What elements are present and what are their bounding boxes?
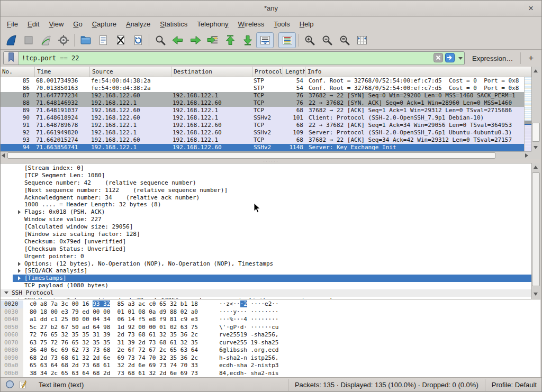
go-to-packet-button[interactable] bbox=[204, 32, 221, 48]
zoom-out-button[interactable] bbox=[318, 32, 336, 48]
filter-bookmark-button[interactable] bbox=[4, 52, 19, 65]
packet-row-90[interactable]: 9071.648618924192.168.122.60192.168.122.… bbox=[0, 114, 524, 122]
menu-wireless[interactable]: Wireless bbox=[233, 19, 269, 30]
close-capture-file-button[interactable] bbox=[112, 32, 129, 48]
detail-line[interactable]: [Window size scaling factor: 128] bbox=[0, 231, 531, 238]
detail-line[interactable]: 1000 .... = Header Length: 32 bytes (8) bbox=[0, 201, 531, 208]
expression-button[interactable]: Expression… bbox=[468, 53, 517, 63]
zoom-reset-button[interactable] bbox=[336, 32, 353, 48]
packet-row-94[interactable]: 9471.663856741192.168.122.1192.168.122.6… bbox=[0, 144, 524, 151]
expert-info-icon[interactable] bbox=[5, 380, 14, 390]
hex-row-0080[interactable]: 008036 40 6c 69 62 73 73 68 2e 6f 72 67 … bbox=[0, 347, 540, 354]
column-header-source[interactable]: Source bbox=[90, 67, 171, 77]
packet-row-87[interactable]: 8771.647777234192.168.122.60192.168.122.… bbox=[0, 92, 524, 99]
hex-row-00b0[interactable]: 00b038 34 2c 65 63 64 68 2d 73 68 61 32 … bbox=[0, 370, 540, 378]
restart-capture-button[interactable] bbox=[37, 32, 55, 48]
detail-line[interactable]: SSH Protocol bbox=[0, 289, 531, 297]
detail-line[interactable]: Window size value: 227 bbox=[0, 216, 531, 223]
packet-row-91[interactable]: 9171.648789678192.168.122.1192.168.122.6… bbox=[0, 122, 524, 129]
menu-go[interactable]: Go bbox=[68, 19, 87, 30]
packet-minimap[interactable] bbox=[524, 77, 531, 151]
scroll-down-icon[interactable] bbox=[534, 146, 538, 149]
pane-splitter[interactable] bbox=[0, 159, 542, 163]
hex-row-00a0[interactable]: 00a065 63 64 68 2d 73 68 61 32 2d 6e 69 … bbox=[0, 362, 540, 370]
detail-line[interactable]: [TCP Segment Len: 1080] bbox=[0, 172, 531, 179]
capture-options-button[interactable] bbox=[55, 32, 72, 48]
add-filter-button[interactable]: + bbox=[524, 53, 538, 63]
stop-capture-button[interactable] bbox=[20, 32, 37, 48]
detail-line[interactable]: TCP payload (1080 bytes) bbox=[0, 282, 531, 289]
packet-row-93[interactable]: 9371.662015274192.168.122.60192.168.122.… bbox=[0, 136, 524, 144]
detail-scroll-up-icon[interactable] bbox=[534, 166, 538, 169]
menu-analyze[interactable]: Analyze bbox=[121, 19, 155, 30]
packet-row-89[interactable]: 8971.648191037192.168.122.60192.168.122.… bbox=[0, 107, 524, 114]
find-packet-button[interactable] bbox=[151, 32, 169, 48]
hex-row-0050[interactable]: 00505c 27 b2 67 50 ad 64 98 1d 92 00 00 … bbox=[0, 324, 540, 332]
filter-history-button[interactable] bbox=[456, 51, 464, 65]
resize-columns-button[interactable] bbox=[353, 32, 371, 48]
hex-row-0040[interactable]: 0040a1 dd c1 25 00 00 04 34 06 14 f5 e8 … bbox=[0, 316, 540, 324]
detail-scroll-down-icon[interactable] bbox=[534, 293, 538, 296]
start-capture-button[interactable] bbox=[2, 32, 20, 48]
open-capture-file-button[interactable] bbox=[77, 32, 94, 48]
hex-row-0090[interactable]: 009068 2d 73 68 61 32 2d 6e 69 73 74 70 … bbox=[0, 354, 540, 362]
packet-list-hscroll-thumb[interactable] bbox=[7, 152, 495, 159]
reload-capture-file-button[interactable] bbox=[129, 32, 147, 48]
display-filter-input[interactable] bbox=[19, 54, 433, 62]
menu-telephony[interactable]: Telephony bbox=[192, 19, 233, 30]
expander-icon[interactable] bbox=[16, 208, 24, 216]
column-header-time[interactable]: Time bbox=[35, 67, 90, 77]
close-icon[interactable]: × bbox=[524, 0, 538, 16]
filter-clear-button[interactable] bbox=[433, 53, 443, 63]
detail-line[interactable]: [Next sequence number: 1122 (relative se… bbox=[0, 187, 531, 194]
hex-row-0020[interactable]: 0020c0 a8 7a 3c 00 16 93 32 85 a3 ac c0 … bbox=[0, 300, 540, 308]
detail-line[interactable]: [Calculated window size: 29056] bbox=[0, 223, 531, 231]
capture-comment-icon[interactable] bbox=[19, 379, 28, 390]
menu-capture[interactable]: Capture bbox=[87, 19, 121, 30]
packet-row-92[interactable]: 9271.661949820192.168.122.1192.168.122.6… bbox=[0, 129, 524, 136]
auto-scroll-toggle-button[interactable] bbox=[256, 32, 274, 48]
menu-edit[interactable]: Edit bbox=[23, 19, 44, 30]
detail-line[interactable]: Acknowledgment number: 34 (relative ack … bbox=[0, 194, 531, 202]
go-forward-button[interactable] bbox=[186, 32, 204, 48]
save-capture-file-button[interactable] bbox=[94, 32, 112, 48]
column-header-destination[interactable]: Destination bbox=[171, 67, 252, 77]
column-header-info[interactable]: Info bbox=[305, 67, 531, 77]
menu-tools[interactable]: Tools bbox=[269, 19, 294, 30]
packet-row-85[interactable]: 8568.001734936fe:54:00:d4:38:2aSTP54Conf… bbox=[0, 77, 524, 85]
scroll-right-icon[interactable] bbox=[525, 153, 528, 158]
detail-line[interactable]: [Timestamps] bbox=[0, 275, 531, 282]
column-header-length[interactable]: Length bbox=[283, 67, 305, 77]
expander-icon[interactable] bbox=[16, 275, 24, 282]
menu-file[interactable]: File bbox=[2, 19, 23, 30]
expander-icon[interactable] bbox=[16, 267, 24, 275]
menu-statistics[interactable]: Statistics bbox=[155, 19, 192, 30]
packet-row-86[interactable]: 8670.013850163fe:54:00:d4:38:2aSTP54Conf… bbox=[0, 85, 524, 92]
scroll-left-icon[interactable] bbox=[2, 153, 5, 158]
column-header-protocol[interactable]: Protocol bbox=[252, 67, 283, 77]
detail-line[interactable]: Checksum: 0x79ed [unverified] bbox=[0, 238, 531, 245]
hex-row-0070[interactable]: 007063 75 72 76 65 32 35 35 31 39 2d 73 … bbox=[0, 339, 540, 347]
go-first-packet-button[interactable] bbox=[221, 32, 239, 48]
menu-help[interactable]: Help bbox=[295, 19, 319, 30]
detail-line[interactable]: [Checksum Status: Unverified] bbox=[0, 245, 531, 253]
expander-icon[interactable] bbox=[3, 289, 12, 297]
filter-apply-button[interactable] bbox=[445, 53, 455, 63]
detail-line[interactable]: [SEQ/ACK analysis] bbox=[0, 267, 531, 275]
go-back-button[interactable] bbox=[169, 32, 186, 48]
hex-row-0030[interactable]: 003080 18 00 e3 79 ed 00 00 01 01 08 0a … bbox=[0, 308, 540, 316]
profile-text[interactable]: Profile: Default bbox=[492, 381, 537, 389]
detail-scroll-thumb[interactable] bbox=[532, 172, 540, 286]
detail-line[interactable]: Sequence number: 42 (relative sequence n… bbox=[0, 179, 531, 187]
packet-row-88[interactable]: 8871.648146932192.168.122.1192.168.122.6… bbox=[0, 99, 524, 107]
menu-view[interactable]: View bbox=[44, 19, 68, 30]
colorize-toggle-button[interactable] bbox=[278, 32, 296, 48]
scroll-up-icon[interactable] bbox=[534, 69, 538, 72]
detail-line[interactable]: Urgent pointer: 0 bbox=[0, 253, 531, 260]
detail-line[interactable]: Flags: 0x018 (PSH, ACK) bbox=[0, 208, 531, 216]
hex-row-0060[interactable]: 006072 76 65 32 35 35 31 39 2d 73 68 61 … bbox=[0, 331, 540, 339]
column-header-no[interactable]: No. bbox=[0, 67, 35, 77]
detail-line[interactable]: [Stream index: 0] bbox=[0, 165, 531, 172]
go-last-packet-button[interactable] bbox=[239, 32, 256, 48]
detail-line[interactable]: Options: (12 bytes), No-Operation (NOP),… bbox=[0, 260, 531, 268]
